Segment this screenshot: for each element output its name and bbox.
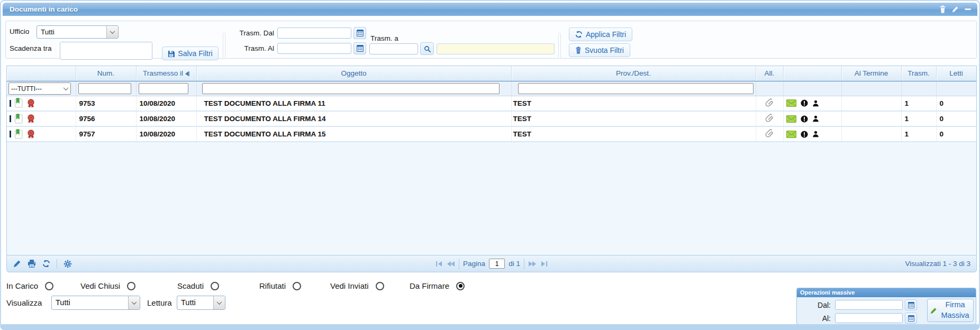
- radio-dot[interactable]: [211, 282, 219, 290]
- exclamation-circle-icon[interactable]: [801, 115, 808, 123]
- seal-rosette-icon[interactable]: [26, 129, 36, 139]
- seal-rosette-icon[interactable]: [26, 114, 36, 124]
- radio-da-firmare[interactable]: Da Firmare: [410, 281, 465, 290]
- search-icon[interactable]: [420, 42, 434, 55]
- trasm-a-descrizione-input[interactable]: [437, 43, 555, 54]
- cell-trasmesso-il: 10/08/2020: [136, 96, 196, 111]
- column-header-all[interactable]: All.: [756, 66, 783, 81]
- envelope-icon[interactable]: [786, 131, 796, 138]
- firma-massiva-button[interactable]: Firma Massiva: [927, 299, 974, 322]
- column-header-stato[interactable]: [7, 66, 76, 81]
- page-number-input[interactable]: [489, 259, 505, 269]
- prov-dest-filter-input[interactable]: [518, 83, 754, 94]
- last-page-icon[interactable]: [540, 261, 548, 267]
- pencil-icon[interactable]: [952, 6, 959, 13]
- gear-icon[interactable]: [63, 260, 72, 268]
- cell-num: 9757: [76, 126, 136, 142]
- column-header-trasmesso[interactable]: Trasmesso il: [136, 66, 196, 81]
- radio-dot[interactable]: [45, 282, 53, 290]
- trasm-dal-calendar-icon[interactable]: [353, 27, 366, 39]
- lettura-label: Lettura: [147, 298, 172, 307]
- applica-filtri-button[interactable]: Applica Filtri: [569, 28, 632, 41]
- radio-scaduti[interactable]: Scaduti: [177, 281, 219, 290]
- minimize-icon[interactable]: [965, 8, 971, 10]
- trasmesso-filter-input[interactable]: [139, 83, 188, 94]
- floppy-icon: [168, 50, 175, 57]
- svuota-filtri-button[interactable]: Svuota Filtri: [569, 43, 630, 57]
- paperclip-icon[interactable]: [765, 98, 774, 107]
- paperclip-icon[interactable]: [765, 113, 774, 123]
- document-bookmark-icon[interactable]: [13, 129, 24, 140]
- next-page-icon[interactable]: [528, 261, 537, 267]
- trasm-a-label: Trasm. a: [370, 34, 398, 42]
- cell-num: 9756: [76, 111, 136, 126]
- person-icon[interactable]: [812, 100, 819, 107]
- trasm-al-input[interactable]: [277, 43, 351, 54]
- radio-rifiutati[interactable]: Rifiutati: [259, 281, 301, 290]
- person-icon[interactable]: [812, 131, 819, 138]
- radio-dot[interactable]: [456, 282, 465, 290]
- exclamation-circle-icon[interactable]: [801, 131, 808, 138]
- envelope-icon[interactable]: [786, 99, 796, 107]
- pagination: Pagina di 1: [435, 255, 548, 272]
- oggetto-filter-input[interactable]: [202, 83, 500, 94]
- salva-filtri-button[interactable]: Salva Filtri: [162, 47, 219, 60]
- num-filter-input[interactable]: [78, 83, 131, 94]
- radio-vedi-inviati[interactable]: Vedi Inviati: [330, 281, 384, 290]
- column-header-trasm[interactable]: Trasm.: [901, 66, 936, 81]
- radio-dot[interactable]: [376, 282, 384, 290]
- document-bookmark-icon[interactable]: [13, 98, 24, 108]
- ufficio-select[interactable]: Tutti: [37, 25, 119, 39]
- trash-icon[interactable]: [939, 5, 946, 13]
- cell-prov-dest: TEST: [511, 126, 756, 142]
- filter-divider: [223, 33, 225, 59]
- column-header-num[interactable]: Num.: [76, 66, 136, 81]
- table-row[interactable]: 9757 10/08/2020 TEST DOCUMENTO ALLA FIRM…: [7, 126, 976, 142]
- column-header-oggetto[interactable]: Oggetto: [196, 66, 511, 81]
- dal-input[interactable]: [835, 300, 903, 310]
- previous-page-icon[interactable]: [447, 261, 455, 267]
- dal-calendar-icon[interactable]: [905, 299, 917, 310]
- table-row[interactable]: 9753 10/08/2020 TEST DOCUMENTO ALLA FIRM…: [7, 96, 976, 111]
- cell-letti: 0: [936, 111, 976, 126]
- person-icon[interactable]: [812, 115, 819, 122]
- tipo-filter-select[interactable]: ---TUTTI---: [8, 82, 71, 95]
- cell-trasm: 1: [901, 126, 936, 142]
- first-page-icon[interactable]: [435, 261, 443, 267]
- trasm-a-input[interactable]: [369, 43, 418, 54]
- column-header-prov-dest[interactable]: Prov./Dest.: [511, 66, 756, 81]
- trasm-al-calendar-icon[interactable]: [353, 42, 366, 54]
- toolbar-divider: [57, 259, 57, 269]
- radio-dot[interactable]: [293, 282, 301, 290]
- cell-al-termine: [841, 111, 901, 126]
- paperclip-icon[interactable]: [765, 129, 774, 138]
- exclamation-circle-icon[interactable]: [801, 99, 808, 107]
- chevron-down-icon[interactable]: [128, 296, 140, 309]
- visualizza-select[interactable]: Tutti: [51, 296, 140, 310]
- table-row[interactable]: 9756 10/08/2020 TEST DOCUMENTO ALLA FIRM…: [7, 111, 976, 126]
- column-header-azioni[interactable]: [783, 66, 841, 81]
- seal-rosette-icon[interactable]: [26, 98, 36, 108]
- radio-in-carico[interactable]: In Carico: [6, 281, 53, 290]
- chevron-down-icon[interactable]: [61, 83, 70, 94]
- al-input[interactable]: [835, 313, 903, 323]
- chevron-down-icon[interactable]: [213, 296, 225, 309]
- envelope-icon[interactable]: [786, 115, 796, 123]
- chevron-down-icon[interactable]: [106, 26, 118, 38]
- printer-icon[interactable]: [28, 260, 36, 268]
- edit-pencil-icon[interactable]: [13, 260, 21, 268]
- of-pages-label: di 1: [509, 260, 520, 268]
- trasm-dal-input[interactable]: [277, 28, 351, 39]
- scadenza-input[interactable]: [60, 42, 152, 59]
- radio-dot[interactable]: [127, 282, 135, 290]
- column-header-al-termine[interactable]: Al Termine: [841, 66, 901, 81]
- lettura-select[interactable]: Tutti: [177, 296, 225, 310]
- al-calendar-icon[interactable]: [905, 313, 917, 324]
- document-bookmark-icon[interactable]: [13, 114, 24, 124]
- pagina-label: Pagina: [463, 260, 485, 268]
- cell-trasmesso-il: 10/08/2020: [136, 126, 196, 142]
- column-header-letti[interactable]: Letti: [936, 66, 976, 81]
- refresh-icon[interactable]: [42, 260, 50, 268]
- radio-vedi-chiusi[interactable]: Vedi Chiusi: [80, 281, 135, 290]
- trasm-dal-label: Trasm. Dal: [231, 29, 274, 37]
